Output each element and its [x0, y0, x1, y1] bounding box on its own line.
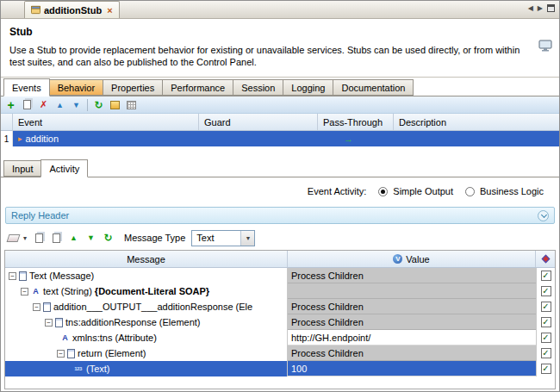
tab-logging[interactable]: Logging — [283, 79, 333, 96]
value-cell[interactable]: 100 — [288, 361, 536, 376]
node-label: tns:additionResponse (Element) — [65, 317, 201, 327]
nav-right-icon[interactable]: ▶ — [538, 4, 543, 12]
include-checkbox[interactable]: ✓ — [541, 317, 551, 327]
refresh-icon[interactable]: ↻ — [91, 98, 106, 112]
tab-label: Documentation — [341, 83, 405, 93]
include-checkbox[interactable]: ✓ — [541, 302, 551, 312]
events-table-header: Event Guard Pass-Through Description — [1, 114, 559, 131]
tree-row-text-message[interactable]: − Text (Message) Process Children ✓ — [5, 268, 555, 283]
tree-row-addition-output[interactable]: − addition___OUTPUT___additionResponse (… — [5, 299, 555, 314]
delete-event-icon[interactable]: ✗ — [36, 98, 51, 112]
node-label: Text (Message) — [29, 271, 94, 281]
move-node-up-icon[interactable]: ▲ — [66, 231, 81, 245]
tab-title: additionStub — [44, 5, 102, 16]
tree-row-return[interactable]: − return (Element) Process Children ✓ — [5, 345, 555, 361]
nav-left-icon[interactable]: ◀ — [528, 4, 533, 12]
column-include[interactable] — [536, 251, 555, 267]
move-node-down-icon[interactable]: ▼ — [84, 231, 98, 245]
tab-activity[interactable]: Activity — [40, 159, 88, 177]
paste-message-icon[interactable] — [49, 231, 64, 245]
radio-simple-output[interactable] — [378, 187, 388, 196]
tab-additionstub[interactable]: additionStub × — [24, 1, 120, 18]
grid-icon[interactable] — [124, 98, 139, 112]
sub-tabs: Input Activity — [1, 159, 559, 177]
window-list-icon[interactable] — [547, 4, 555, 12]
stub-file-icon — [31, 5, 40, 15]
book-glyph — [110, 101, 120, 109]
tab-documentation[interactable]: Documentation — [333, 79, 414, 96]
value-cell[interactable]: Process Children — [288, 299, 536, 314]
expander-icon[interactable]: − — [45, 319, 53, 327]
message-toolbar: ▾ ▲ ▼ ↻ Message Type Text ▼ — [1, 226, 559, 250]
document-tabbar: additionStub × ◀ ▶ — [1, 1, 559, 19]
column-pass-through[interactable]: Pass-Through — [318, 114, 394, 130]
column-guard[interactable]: Guard — [199, 114, 318, 130]
tree-row-xmlns-tns[interactable]: A xmlns:tns (Attribute) http://GH.endpoi… — [5, 330, 555, 345]
tree-row-text-value[interactable]: 123 (Text) 100 ✓ — [5, 361, 555, 376]
tree-row-text-string[interactable]: − A text (String) {Document-Literal SOAP… — [5, 283, 555, 299]
tab-behavior[interactable]: Behavior — [49, 79, 103, 96]
page-glyph — [35, 233, 43, 243]
value-cell[interactable]: Process Children — [288, 268, 536, 283]
expander-icon[interactable]: − — [9, 272, 16, 280]
copy-icon[interactable] — [32, 231, 47, 245]
reply-header-title: Reply Header — [11, 210, 538, 221]
library-icon[interactable] — [108, 98, 122, 112]
simple-output-label: Simple Output — [393, 186, 453, 196]
events-table-spacer — [1, 146, 559, 159]
element-node-icon — [43, 302, 51, 312]
column-description[interactable]: Description — [394, 114, 559, 130]
refresh-message-icon[interactable]: ↻ — [101, 231, 115, 245]
value-cell[interactable]: Process Children — [288, 314, 536, 330]
node-label: (Text) — [86, 364, 110, 374]
radio-business-logic[interactable] — [465, 187, 475, 196]
reply-header-bar[interactable]: Reply Header — [5, 207, 555, 224]
tab-session[interactable]: Session — [233, 79, 283, 96]
include-checkbox[interactable]: ✓ — [541, 271, 551, 281]
paste-icon[interactable] — [20, 98, 34, 112]
event-activity-row: Event Activity: Simple Output Business L… — [1, 177, 559, 205]
tree-row-tns-additionresponse[interactable]: − tns:additionResponse (Element) Process… — [5, 314, 555, 330]
event-name: addition — [26, 134, 59, 144]
tab-label: Logging — [291, 83, 325, 93]
tab-properties[interactable]: Properties — [103, 79, 163, 96]
message-type-value: Text — [192, 233, 240, 243]
eraser-icon[interactable] — [6, 231, 21, 245]
eraser-glyph — [7, 234, 21, 242]
expander-icon[interactable]: − — [57, 350, 65, 358]
tree-table-filler — [5, 376, 555, 389]
include-checkbox[interactable]: ✓ — [541, 286, 551, 296]
value-cell[interactable]: Process Children — [288, 345, 536, 361]
tree-table-header: Message VValue — [5, 251, 555, 268]
close-tab-icon[interactable]: × — [107, 5, 112, 16]
value-cell[interactable]: http://GH.endpoint/ — [288, 330, 536, 345]
message-node-icon — [19, 271, 27, 281]
add-event-icon[interactable]: + — [3, 98, 18, 112]
stub-description: Use a Stub to provide replacement behavi… — [9, 44, 551, 68]
message-tree-section: Message VValue − Text (Message) Process … — [1, 250, 559, 391]
tab-input[interactable]: Input — [3, 160, 41, 177]
tab-performance[interactable]: Performance — [162, 79, 233, 96]
event-table-row[interactable]: 1 ▸ addition → — [1, 131, 559, 146]
row-number-header — [1, 114, 13, 130]
column-value[interactable]: VValue — [288, 251, 536, 267]
value-cell[interactable] — [288, 283, 536, 299]
column-event[interactable]: Event — [13, 114, 199, 130]
collapse-chevron-icon[interactable] — [538, 210, 549, 221]
include-checkbox[interactable]: ✓ — [541, 348, 551, 358]
move-down-icon[interactable]: ▼ — [69, 98, 84, 112]
expander-icon[interactable]: − — [33, 303, 40, 311]
tab-events[interactable]: Events — [3, 78, 50, 96]
eraser-dropdown-icon[interactable]: ▾ — [23, 234, 27, 242]
include-checkbox[interactable]: ✓ — [541, 364, 551, 374]
tab-label: Input — [12, 164, 33, 174]
move-up-icon[interactable]: ▲ — [53, 98, 67, 112]
message-type-select[interactable]: Text ▼ — [191, 230, 255, 246]
combo-arrow-icon[interactable]: ▼ — [240, 231, 254, 246]
expander-icon[interactable]: − — [21, 288, 28, 296]
tab-navigation: ◀ ▶ — [528, 4, 555, 12]
selected-event[interactable]: ▸ addition → — [13, 131, 559, 146]
include-checkbox[interactable]: ✓ — [541, 333, 551, 343]
column-message[interactable]: Message — [5, 251, 288, 267]
tab-label: Session — [241, 83, 275, 93]
